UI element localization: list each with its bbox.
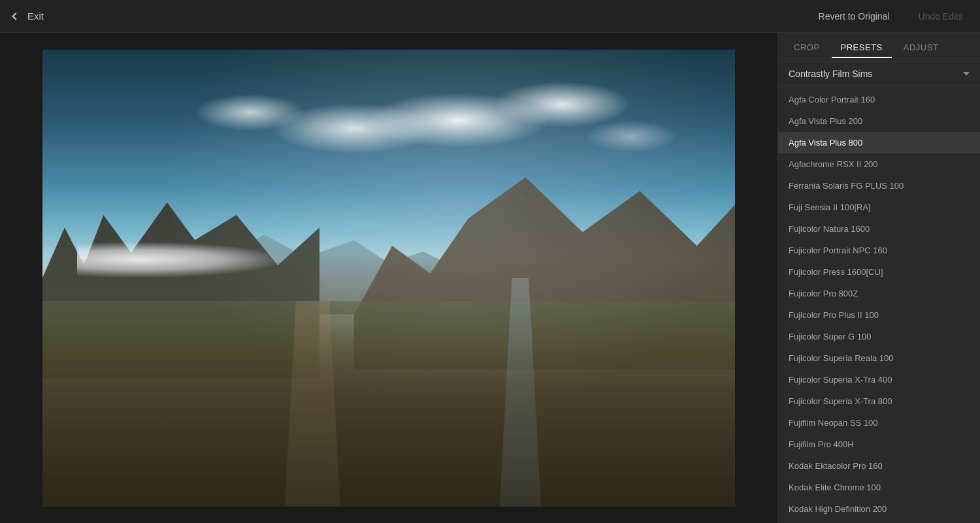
- preset-item[interactable]: Agfa Vista Plus 200: [778, 110, 980, 132]
- preset-item[interactable]: Fujicolor Superia X-Tra 400: [778, 369, 980, 390]
- tab-presets[interactable]: PRESETS: [832, 37, 892, 57]
- preset-item[interactable]: Kodak Elite Chrome 100: [778, 477, 980, 498]
- preset-category-label: Contrastly Film Sims: [789, 69, 872, 79]
- preset-item[interactable]: Fujifilm Pro 400H: [778, 434, 980, 455]
- tab-adjust[interactable]: ADJUST: [894, 37, 948, 57]
- revert-button[interactable]: Revert to Original: [815, 8, 894, 24]
- tab-crop[interactable]: CROP: [785, 37, 829, 57]
- right-panel: CROPPRESETSADJUST Contrastly Film Sims A…: [777, 33, 980, 523]
- chevron-down-icon: [963, 72, 970, 76]
- preset-item[interactable]: Fujicolor Portrait NPC 160: [778, 240, 980, 261]
- exit-button[interactable]: Exit: [13, 10, 44, 22]
- preset-item[interactable]: Fujicolor Superia Reala 100: [778, 347, 980, 369]
- undo-button[interactable]: Undo Edits: [915, 8, 967, 24]
- preset-item[interactable]: Fujicolor Pro Plus II 100: [778, 304, 980, 326]
- preset-item[interactable]: Fujicolor Press 1600[CU]: [778, 261, 980, 283]
- preset-item[interactable]: Kodak Ektacolor Pro 160: [778, 455, 980, 477]
- photo-overlay: [42, 50, 735, 507]
- exit-label: Exit: [27, 10, 44, 22]
- main-area: CROPPRESETSADJUST Contrastly Film Sims A…: [0, 33, 980, 523]
- preset-item[interactable]: Agfa Color Portrait 160: [778, 89, 980, 110]
- preset-item[interactable]: Agfa Vista Plus 800: [778, 132, 980, 153]
- image-area: [0, 33, 777, 523]
- preset-item[interactable]: Fujicolor Superia X-Tra 800: [778, 390, 980, 412]
- preset-item[interactable]: Fuji Sensia II 100[RA]: [778, 197, 980, 218]
- photo-canvas: [42, 50, 735, 507]
- preset-item[interactable]: Fujicolor Pro 800Z: [778, 283, 980, 304]
- header: Exit Revert to Original Undo Edits: [0, 0, 980, 33]
- preset-item[interactable]: Ferrania Solaris FG PLUS 100: [778, 175, 980, 197]
- preset-item[interactable]: Kodak High Definition 200: [778, 498, 980, 520]
- preset-item[interactable]: Fujifilm Neopan SS 100: [778, 412, 980, 434]
- preset-item[interactable]: Fujicolor Natura 1600: [778, 218, 980, 240]
- preset-item[interactable]: Kodak T-Max 3200: [778, 520, 980, 523]
- preset-item[interactable]: Agfachrome RSX II 200: [778, 153, 980, 175]
- panel-tabs: CROPPRESETSADJUST: [778, 33, 980, 62]
- header-actions: Revert to Original Undo Edits: [815, 8, 967, 24]
- preset-item[interactable]: Fujicolor Super G 100: [778, 326, 980, 347]
- chevron-left-icon: [12, 12, 19, 20]
- preset-list: Agfa Color Portrait 160Agfa Vista Plus 2…: [778, 86, 980, 523]
- preset-category-dropdown[interactable]: Contrastly Film Sims: [778, 62, 980, 86]
